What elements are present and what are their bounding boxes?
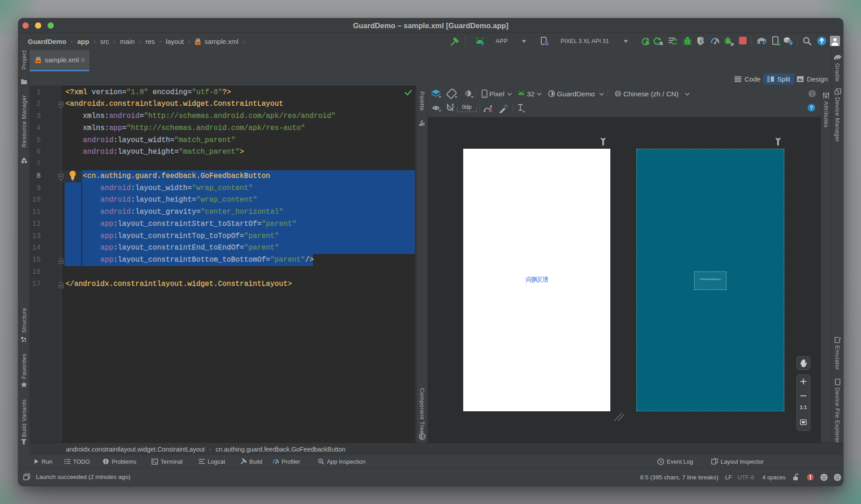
svg-text:<>: <> <box>196 41 200 44</box>
svg-text:A: A <box>660 41 663 46</box>
svg-text:<>: <> <box>36 60 40 63</box>
svg-text:?: ? <box>810 105 813 111</box>
